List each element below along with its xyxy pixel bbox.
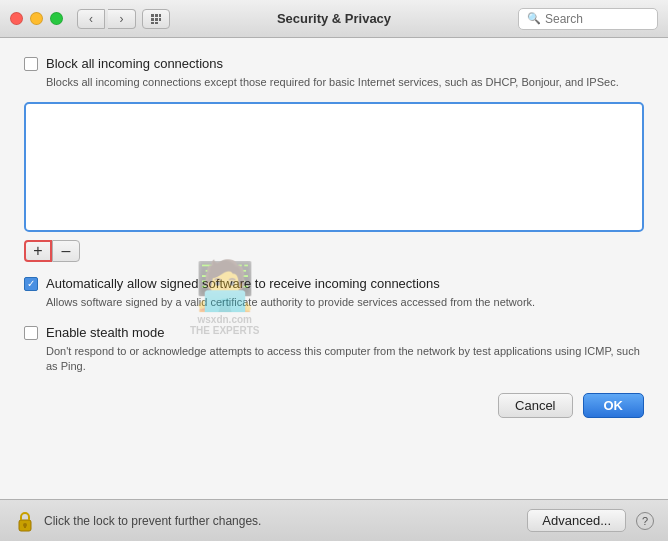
svg-rect-4	[155, 18, 158, 21]
search-box[interactable]: 🔍	[518, 8, 658, 30]
auto-allow-label: Automatically allow signed software to r…	[46, 276, 440, 291]
grid-icon	[150, 13, 162, 25]
cancel-button[interactable]: Cancel	[498, 393, 572, 418]
window-title: Security & Privacy	[277, 11, 391, 26]
stealth-mode-checkbox[interactable]	[24, 326, 38, 340]
minimize-button[interactable]	[30, 12, 43, 25]
auto-allow-row: Automatically allow signed software to r…	[24, 276, 644, 291]
stealth-mode-label: Enable stealth mode	[46, 325, 165, 340]
advanced-button[interactable]: Advanced...	[527, 509, 626, 532]
maximize-button[interactable]	[50, 12, 63, 25]
list-controls: + –	[24, 240, 644, 262]
svg-rect-5	[159, 18, 161, 21]
svg-rect-7	[155, 22, 158, 24]
footer-right: Advanced... ?	[527, 509, 654, 532]
svg-rect-0	[151, 14, 154, 17]
svg-rect-3	[151, 18, 154, 21]
titlebar: ‹ › Security & Privacy 🔍	[0, 0, 668, 38]
block-incoming-checkbox[interactable]	[24, 57, 38, 71]
main-content: 🧑‍💻 wsxdn.comTHE EXPERTS Block all incom…	[0, 38, 668, 499]
footer-bar: Click the lock to prevent further change…	[0, 499, 668, 541]
svg-rect-2	[159, 14, 161, 17]
lock-text: Click the lock to prevent further change…	[44, 514, 261, 528]
grid-button[interactable]	[142, 9, 170, 29]
close-button[interactable]	[10, 12, 23, 25]
svg-rect-10	[24, 525, 26, 528]
footer-help-button[interactable]: ?	[636, 512, 654, 530]
block-incoming-label: Block all incoming connections	[46, 56, 223, 71]
search-icon: 🔍	[527, 12, 541, 25]
traffic-lights	[10, 12, 63, 25]
stealth-mode-row: Enable stealth mode	[24, 325, 644, 340]
search-input[interactable]	[545, 12, 649, 26]
back-button[interactable]: ‹	[77, 9, 105, 29]
auto-allow-helper: Allows software signed by a valid certif…	[46, 295, 644, 310]
block-incoming-helper: Blocks all incoming connections except t…	[46, 75, 644, 90]
svg-rect-6	[151, 22, 154, 24]
auto-allow-checkbox[interactable]	[24, 277, 38, 291]
action-buttons: Cancel OK	[24, 393, 644, 418]
remove-app-button[interactable]: –	[52, 240, 80, 262]
lock-area: Click the lock to prevent further change…	[14, 510, 527, 532]
app-list-box[interactable]	[24, 102, 644, 232]
add-app-button[interactable]: +	[24, 240, 52, 262]
lock-svg	[16, 510, 34, 532]
nav-buttons: ‹ ›	[77, 9, 136, 29]
block-incoming-row: Block all incoming connections	[24, 56, 644, 71]
forward-button[interactable]: ›	[108, 9, 136, 29]
ok-button[interactable]: OK	[583, 393, 645, 418]
lock-icon[interactable]	[14, 510, 36, 532]
svg-rect-1	[155, 14, 158, 17]
stealth-mode-helper: Don't respond to or acknowledge attempts…	[46, 344, 644, 375]
